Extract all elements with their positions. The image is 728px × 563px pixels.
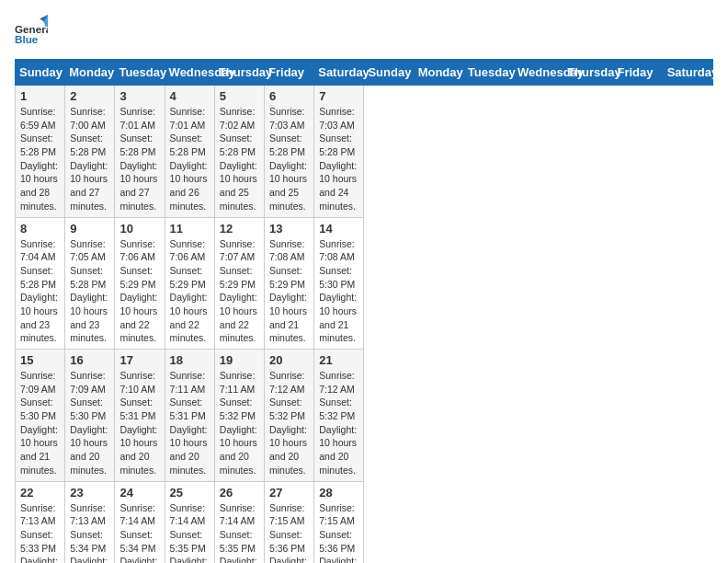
day-number: 16: [70, 353, 109, 367]
col-header-tuesday: Tuesday: [115, 60, 165, 86]
day-number: 1: [20, 89, 60, 103]
day-number: 6: [269, 89, 309, 103]
calendar-cell: 22Sunrise: 7:13 AMSunset: 5:33 PMDayligh…: [16, 481, 65, 563]
day-info: Sunset: 5:29 PM: [269, 264, 309, 291]
day-info: Daylight: 10 hours: [220, 555, 259, 563]
day-info: Sunset: 5:28 PM: [119, 132, 159, 158]
day-info: Sunset: 5:36 PM: [319, 528, 358, 555]
calendar-cell: 4Sunrise: 7:01 AMSunset: 5:28 PMDaylight…: [165, 86, 214, 218]
day-info: Daylight: 10 hours: [20, 291, 60, 317]
calendar-cell: 21Sunrise: 7:12 AMSunset: 5:32 PMDayligh…: [314, 350, 364, 482]
col-header-tuesday: Tuesday: [463, 60, 513, 86]
day-info: Sunset: 5:28 PM: [20, 132, 60, 158]
day-info: Daylight: 10 hours: [119, 555, 159, 563]
day-info: Sunset: 5:28 PM: [70, 132, 109, 158]
day-info: Sunrise: 7:07 AM: [220, 237, 259, 264]
day-number: 12: [220, 222, 259, 236]
day-info: Daylight: 10 hours: [70, 159, 109, 186]
day-number: 19: [220, 353, 259, 367]
calendar-cell: 26Sunrise: 7:14 AMSunset: 5:35 PMDayligh…: [214, 481, 264, 563]
day-info: Sunrise: 7:12 AM: [269, 369, 309, 396]
day-number: 11: [170, 222, 210, 236]
col-header-sunday: Sunday: [16, 60, 65, 86]
day-info: Daylight: 10 hours: [220, 291, 259, 317]
calendar-header-row: SundayMondayTuesdayWednesdayThursdayFrid…: [16, 60, 713, 86]
day-info: Sunrise: 7:15 AM: [319, 501, 358, 528]
day-number: 8: [20, 222, 60, 236]
day-number: 15: [20, 353, 60, 367]
day-info: and 20 minutes.: [70, 450, 109, 477]
day-info: Sunset: 5:30 PM: [70, 396, 109, 422]
day-info: Sunrise: 7:12 AM: [319, 369, 358, 396]
day-info: and 20 minutes.: [170, 450, 210, 477]
day-info: Sunrise: 7:13 AM: [20, 501, 60, 528]
day-number: 17: [119, 353, 159, 367]
calendar-cell: 14Sunrise: 7:08 AMSunset: 5:30 PMDayligh…: [314, 217, 364, 350]
day-number: 9: [70, 222, 109, 236]
day-info: Daylight: 10 hours: [70, 291, 109, 317]
col-header-monday: Monday: [65, 60, 115, 86]
day-info: Sunset: 5:34 PM: [70, 528, 109, 555]
calendar-cell: 13Sunrise: 7:08 AMSunset: 5:29 PMDayligh…: [265, 217, 314, 350]
day-info: Sunrise: 7:14 AM: [170, 501, 210, 528]
day-info: Daylight: 10 hours: [319, 423, 358, 450]
day-info: and 24 minutes.: [319, 186, 358, 213]
calendar-cell: 8Sunrise: 7:04 AMSunset: 5:28 PMDaylight…: [16, 217, 65, 350]
calendar-cell: 10Sunrise: 7:06 AMSunset: 5:29 PMDayligh…: [115, 217, 165, 350]
day-info: Sunrise: 7:11 AM: [170, 369, 210, 396]
day-info: Sunrise: 7:04 AM: [20, 237, 60, 264]
day-info: Sunrise: 7:10 AM: [119, 369, 159, 396]
calendar-cell: 3Sunrise: 7:01 AMSunset: 5:28 PMDaylight…: [115, 86, 165, 218]
day-info: Sunrise: 7:03 AM: [319, 105, 358, 132]
day-info: Sunset: 5:28 PM: [170, 132, 210, 158]
calendar-cell: 6Sunrise: 7:03 AMSunset: 5:28 PMDaylight…: [265, 86, 314, 218]
day-info: Sunrise: 7:09 AM: [20, 369, 60, 396]
day-info: and 21 minutes.: [319, 318, 358, 345]
day-info: and 20 minutes.: [119, 450, 159, 477]
day-info: and 23 minutes.: [70, 318, 109, 345]
day-info: and 27 minutes.: [70, 186, 109, 213]
calendar-week-3: 15Sunrise: 7:09 AMSunset: 5:30 PMDayligh…: [16, 350, 713, 482]
day-info: Sunset: 5:29 PM: [220, 264, 259, 291]
day-info: Sunset: 5:30 PM: [20, 396, 60, 422]
day-number: 26: [220, 486, 259, 500]
day-info: Daylight: 10 hours: [20, 555, 60, 563]
day-info: Sunrise: 7:08 AM: [319, 237, 358, 264]
day-info: Daylight: 10 hours: [119, 159, 159, 186]
day-number: 25: [170, 486, 210, 500]
col-header-sunday: Sunday: [364, 60, 414, 86]
col-header-wednesday: Wednesday: [165, 60, 214, 86]
day-info: Sunrise: 7:03 AM: [269, 105, 309, 132]
day-number: 23: [70, 486, 109, 500]
day-info: Sunset: 5:28 PM: [269, 132, 309, 158]
day-info: Sunrise: 7:06 AM: [119, 237, 159, 264]
col-header-thursday: Thursday: [214, 60, 264, 86]
calendar-cell: 5Sunrise: 7:02 AMSunset: 5:28 PMDaylight…: [214, 86, 264, 218]
day-info: Sunrise: 7:11 AM: [220, 369, 259, 396]
day-info: Sunset: 5:33 PM: [20, 528, 60, 555]
day-number: 24: [119, 486, 159, 500]
calendar-week-4: 22Sunrise: 7:13 AMSunset: 5:33 PMDayligh…: [16, 481, 713, 563]
calendar-cell: 25Sunrise: 7:14 AMSunset: 5:35 PMDayligh…: [165, 481, 214, 563]
day-info: Daylight: 10 hours: [170, 555, 210, 563]
logo-icon: General Blue: [15, 15, 48, 48]
day-info: Daylight: 10 hours: [20, 423, 60, 450]
logo: General Blue: [15, 15, 48, 48]
day-info: Daylight: 10 hours: [319, 555, 358, 563]
calendar-cell: 19Sunrise: 7:11 AMSunset: 5:32 PMDayligh…: [214, 350, 264, 482]
day-info: and 23 minutes.: [20, 318, 60, 345]
day-info: Daylight: 10 hours: [220, 423, 259, 450]
day-info: and 20 minutes.: [220, 450, 259, 477]
day-info: Sunset: 5:32 PM: [269, 396, 309, 422]
day-info: Daylight: 10 hours: [70, 423, 109, 450]
day-info: and 25 minutes.: [269, 186, 309, 213]
day-info: Sunset: 5:31 PM: [170, 396, 210, 422]
day-number: 13: [269, 222, 309, 236]
calendar-cell: 17Sunrise: 7:10 AMSunset: 5:31 PMDayligh…: [115, 350, 165, 482]
day-info: Daylight: 10 hours: [269, 291, 309, 317]
col-header-friday: Friday: [265, 60, 314, 86]
day-info: and 21 minutes.: [20, 450, 60, 477]
day-number: 2: [70, 89, 109, 103]
calendar-cell: 11Sunrise: 7:06 AMSunset: 5:29 PMDayligh…: [165, 217, 214, 350]
calendar-cell: 12Sunrise: 7:07 AMSunset: 5:29 PMDayligh…: [214, 217, 264, 350]
